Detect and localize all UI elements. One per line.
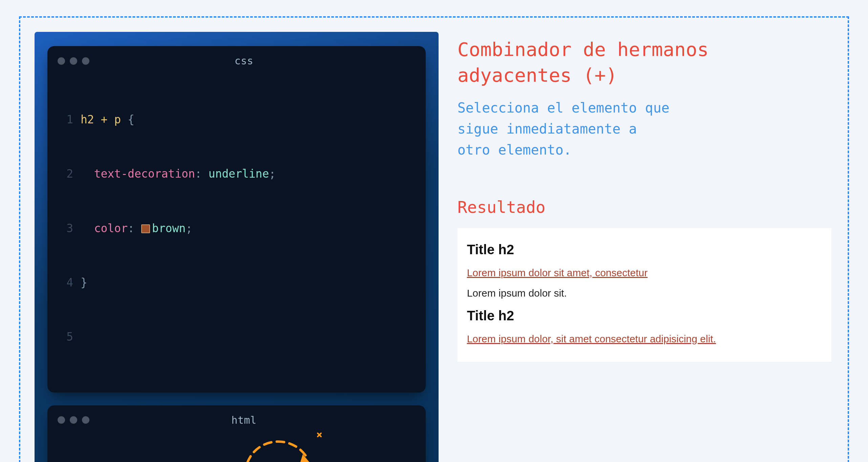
css-code: 1h2 + p { 2 text-decoration: underline; … xyxy=(58,74,416,382)
editors-panel: css 1h2 + p { 2 text-decoration: underli… xyxy=(35,32,439,462)
html-code: 1<section> 2 <h2>My title h2</h2> 3 <p>L… xyxy=(58,434,416,462)
css-line: 5 xyxy=(58,328,416,346)
css-value: brown xyxy=(152,222,186,235)
window-dot-icon xyxy=(58,57,65,65)
line-number: 2 xyxy=(58,165,73,183)
css-selector: h2 + p xyxy=(81,113,121,126)
html-titlebar: html xyxy=(58,414,416,426)
section-description: Selecciona el elemento que sigue inmedia… xyxy=(458,97,674,160)
result-h2: Title h2 xyxy=(467,306,822,325)
window-dot-icon xyxy=(70,416,77,424)
result-preview: Title h2 Lorem ipsum dolor sit amet, con… xyxy=(458,228,831,362)
color-swatch-icon xyxy=(141,224,150,233)
window-dot-icon xyxy=(70,57,77,65)
css-property: text-decoration xyxy=(94,167,195,180)
figure-frame: css 1h2 + p { 2 text-decoration: underli… xyxy=(19,16,849,462)
window-dots xyxy=(58,57,89,65)
html-editor: html 1<section> 2 <h2>My title h2</h2> 3… xyxy=(47,405,426,462)
window-dot-icon xyxy=(82,416,89,424)
css-line: 2 text-decoration: underline; xyxy=(58,165,416,183)
result-p-styled: Lorem ipsum dolor, sit amet consectetur … xyxy=(467,332,822,346)
result-p-styled: Lorem ipsum dolor sit amet, consectetur xyxy=(467,265,822,280)
css-property: color xyxy=(94,222,128,235)
css-line: 3 color: brown; xyxy=(58,219,416,237)
result-h2: Title h2 xyxy=(467,240,822,259)
window-dot-icon xyxy=(82,57,89,65)
line-number: 5 xyxy=(58,328,73,346)
html-window-title: html xyxy=(94,414,394,426)
css-editor: css 1h2 + p { 2 text-decoration: underli… xyxy=(47,46,426,393)
result-label: Resultado xyxy=(458,198,831,217)
line-number: 1 xyxy=(58,111,73,128)
css-line: 1h2 + p { xyxy=(58,111,416,128)
section-heading: Combinador de hermanos adyacentes (+) xyxy=(458,37,831,88)
window-dots xyxy=(58,416,89,424)
css-line: 4} xyxy=(58,274,416,292)
css-window-title: css xyxy=(94,55,394,67)
result-p: Lorem ipsum dolor sit. xyxy=(467,286,822,301)
window-dot-icon xyxy=(58,416,65,424)
line-number: 4 xyxy=(58,274,73,292)
explanation-panel: Combinador de hermanos adyacentes (+) Se… xyxy=(458,32,831,462)
line-number: 3 xyxy=(58,219,73,237)
css-titlebar: css xyxy=(58,55,416,67)
css-value: underline xyxy=(209,167,269,180)
